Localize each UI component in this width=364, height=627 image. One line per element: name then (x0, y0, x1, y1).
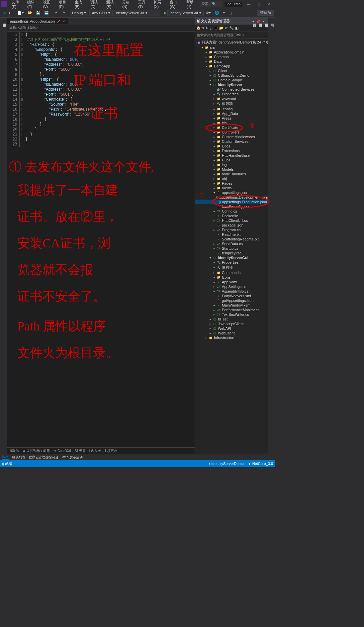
tree-label: Dockerfile (222, 214, 238, 218)
tree-label: Properties (222, 92, 238, 96)
code-editor[interactable]: 1234567891011121314151617181920212223 ⊟|… (7, 32, 195, 447)
folder-icon: 📁 (208, 55, 213, 59)
tree-label: IdentityServerGui (218, 256, 248, 260)
redo-icon[interactable]: ↷ (60, 10, 66, 16)
open-icon[interactable]: 📂 (26, 10, 34, 16)
schema-bar[interactable]: 架构: <未选择架构> (7, 25, 195, 32)
output-tab[interactable]: Web 发布活动 (62, 455, 83, 460)
menu-item[interactable]: 测试(S) (104, 0, 120, 10)
menu-item[interactable]: 生成(B) (72, 0, 88, 10)
target-dropdown[interactable]: IdentityServerGui▾ (114, 10, 160, 16)
collapse-all-icon[interactable]: ⊟ (215, 26, 218, 30)
tree-label: HttpHandlerBase (222, 153, 250, 157)
preview-icon[interactable]: ◧ (235, 26, 238, 30)
tree-label: App_Data (222, 112, 238, 116)
folder-icon: 📁 (216, 135, 221, 139)
rail-tab[interactable]: 解决方案资源管理器 (263, 20, 269, 454)
proj-icon: ▢ (212, 256, 217, 260)
folder-icon: 📁 (216, 97, 221, 101)
tab-close-icon[interactable]: ✕ (62, 20, 65, 23)
folder-icon: 📁 (208, 336, 213, 340)
menu-item[interactable]: 项目(P) (56, 0, 72, 10)
start-dropdown[interactable]: IdentityServerGui▾ (167, 10, 204, 16)
nav-fwd-icon[interactable]: ▸ (8, 10, 12, 16)
admin-badge: 管理员 (257, 10, 274, 16)
tree-label: 依赖项 (222, 265, 233, 270)
tree-label: bin (222, 121, 227, 125)
zoom-level[interactable]: 100 % (9, 449, 19, 453)
issues-indicator[interactable]: ◉ 未找到相关问题 (23, 449, 50, 453)
menu-item[interactable]: 分析(N) (120, 0, 136, 10)
config-dropdown[interactable]: Debug▾ (70, 10, 88, 16)
tree-label: AppSettings.cs (222, 285, 246, 289)
home-icon[interactable]: 🏠 (196, 26, 201, 30)
menu-item[interactable]: 扩展(X) (151, 0, 167, 10)
menu-item[interactable]: 文件(F) (9, 0, 25, 10)
folder-icon: 📁 (216, 121, 221, 125)
pending-changes-icon[interactable]: ⬚ (210, 26, 213, 30)
minimize-icon[interactable]: — (244, 2, 254, 6)
nav-back-icon[interactable]: ◀ (1, 10, 7, 16)
folder-icon: 📁 (216, 126, 221, 130)
tree-label: WebClient (218, 331, 235, 335)
start-icon[interactable]: ▶ (164, 11, 166, 15)
save-icon[interactable]: 💾 (35, 10, 42, 16)
new-file-icon[interactable]: 📄▾ (16, 10, 25, 16)
tab-pin-icon[interactable]: 📌 (57, 20, 60, 23)
publish-icon[interactable]: ⬚ (227, 10, 233, 16)
browser-icon[interactable]: 🌐 (213, 10, 221, 16)
undo-icon[interactable]: ↶ (54, 10, 59, 16)
rail-tab[interactable]: 工具箱 (0, 20, 1, 454)
menu-bar: 文件(F)编辑(E)视图(V)项目(P)生成(B)调试(D)测试(S)分析(N)… (9, 0, 200, 10)
file-icon: ▫ (216, 294, 221, 298)
current-doc-tab[interactable]: Ide...emo (225, 2, 242, 7)
tree-label: Pages (222, 181, 232, 185)
bottom-tab-bar: 输出错误列表程序包管理器控制台Web 发布活动 (0, 454, 275, 460)
save-all-icon[interactable]: 💾 (43, 10, 50, 16)
menu-item[interactable]: 窗口(W) (167, 0, 184, 10)
tree-label: 依赖项 (222, 101, 233, 106)
proj-icon: ▢ (212, 78, 217, 82)
rail-tab[interactable]: 服务器资源管理器 (1, 20, 7, 454)
menu-item[interactable]: 帮助(H) (184, 0, 200, 10)
properties-icon[interactable]: 🔧 (229, 26, 234, 30)
search-box[interactable]: 搜索... 🔍 (200, 1, 223, 7)
status-framework[interactable]: ▼ NetCore_3.0 (248, 462, 273, 466)
tree-label: JavascriptClient (218, 322, 244, 326)
menu-item[interactable]: 调试(D) (88, 0, 104, 10)
folder-icon: 📁 (216, 144, 221, 148)
output-tab[interactable]: 输出 (2, 455, 9, 460)
sync-icon[interactable]: ↻ (206, 26, 209, 30)
file-icon: ▫ (216, 251, 221, 255)
conn-icon: 🔗 (216, 87, 221, 91)
tree-label: Common (214, 55, 229, 59)
tree-label: bundleconfig.json (222, 205, 250, 209)
tree-label: Extensions (222, 149, 240, 153)
json-icon: {} (219, 200, 221, 204)
tree-label: Icons (222, 275, 230, 279)
tree-label: Data (214, 59, 222, 63)
tree-label: guiAppsettings.json (222, 299, 253, 303)
show-all-icon[interactable]: 📁 (219, 26, 224, 30)
menu-item[interactable]: 视图(V) (41, 0, 57, 10)
menu-item[interactable]: 工具(T) (136, 0, 151, 10)
refresh-icon[interactable]: ⟳▾ (205, 10, 212, 16)
close-icon[interactable]: ✕ (264, 2, 274, 6)
tree-label: DomainSample (218, 78, 243, 82)
props-icon: 🔧 (216, 260, 221, 264)
status-source-control[interactable]: ↑ IdentityServerDemo (209, 462, 244, 466)
maximize-icon[interactable]: ▢ (254, 2, 264, 6)
tree-label: SeedData.cs (222, 242, 243, 246)
document-tab[interactable]: appsettings.Production.json 📌 ✕ (7, 18, 68, 24)
output-tab[interactable]: 程序包管理器控制台 (29, 455, 58, 460)
rail-tab[interactable]: 类视图 (251, 20, 257, 454)
folder-icon: 📁 (216, 181, 221, 185)
rail-tab[interactable]: 团队资源管理器 (257, 20, 263, 454)
refresh-icon[interactable]: ⟳ (225, 26, 228, 30)
platform-dropdown[interactable]: Any CPU▾ (89, 10, 112, 16)
stack-icon[interactable]: ≡ (222, 10, 226, 16)
menu-item[interactable]: 编辑(E) (25, 0, 41, 10)
rail-tab[interactable]: 属性 (269, 20, 275, 454)
output-tab[interactable]: 错误列表 (12, 455, 25, 460)
cs-icon: C# (216, 228, 221, 232)
